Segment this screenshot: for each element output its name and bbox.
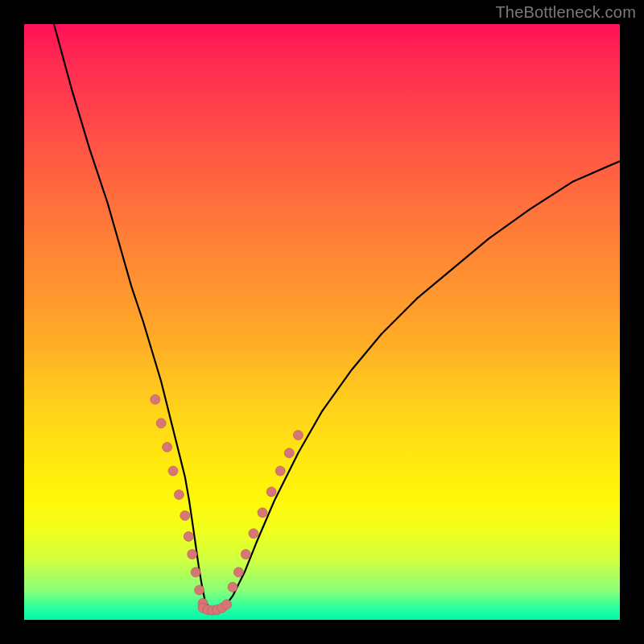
data-marker (293, 431, 303, 440)
watermark-text: TheBottleneck.com (495, 3, 636, 22)
data-marker (228, 582, 237, 592)
data-marker (284, 448, 294, 458)
data-marker (151, 394, 160, 404)
data-marker (180, 511, 190, 521)
data-marker (233, 568, 243, 577)
data-marker (241, 550, 250, 559)
data-marker (266, 487, 276, 497)
data-marker (195, 585, 204, 595)
bottleneck-curve (54, 24, 620, 611)
data-marker (168, 466, 178, 476)
data-marker (163, 442, 172, 452)
data-marker (258, 508, 267, 518)
data-marker (222, 600, 232, 609)
data-marker (275, 466, 285, 476)
data-marker (156, 419, 166, 428)
chart-frame: TheBottleneck.com (0, 0, 644, 644)
plot-svg (24, 24, 620, 620)
data-marker (184, 531, 193, 541)
data-marker (188, 550, 197, 559)
data-marker (174, 490, 184, 500)
data-marker (191, 568, 200, 577)
plot-area (24, 24, 620, 620)
data-marker (249, 529, 258, 539)
